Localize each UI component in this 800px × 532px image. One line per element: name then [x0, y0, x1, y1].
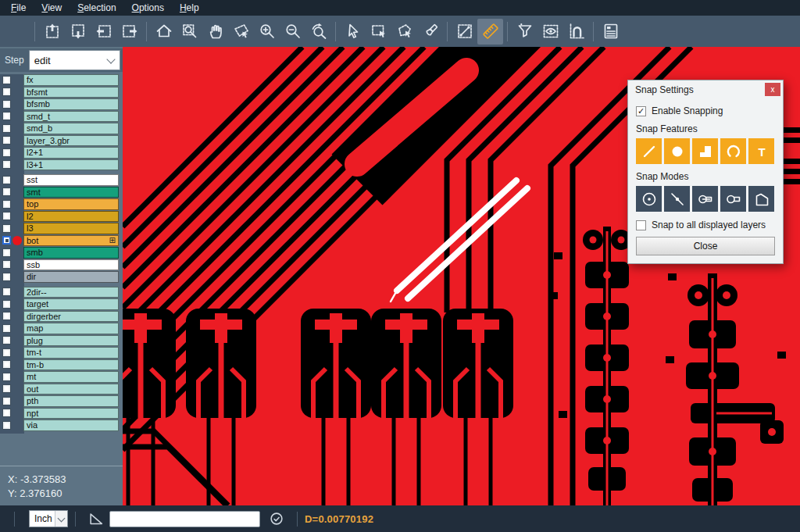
report-button[interactable] — [598, 19, 623, 45]
layer-label[interactable]: tm-b⊞ — [23, 359, 119, 371]
layer-label[interactable]: mt⊞ — [23, 371, 119, 383]
layer-label[interactable]: l2+1⊞ — [23, 147, 119, 159]
snap-feature-arc-button[interactable] — [720, 138, 746, 164]
home-view-button[interactable] — [151, 19, 177, 45]
layer-row[interactable]: mt⊞ — [0, 371, 123, 383]
layer-row[interactable]: tm-b⊞ — [0, 359, 123, 371]
layer-visibility-checkbox[interactable] — [2, 287, 11, 296]
layer-visibility-checkbox[interactable] — [2, 236, 11, 245]
layer-row[interactable]: smd_b⊞ — [0, 123, 123, 134]
view-visibility-button[interactable] — [538, 19, 563, 45]
layer-label[interactable]: dir⊞ — [23, 271, 119, 283]
snap-feature-surface-button[interactable] — [692, 138, 718, 164]
layer-label[interactable]: l3⊞ — [23, 223, 119, 234]
layer-row[interactable]: out⊞ — [0, 384, 123, 395]
layer-label[interactable]: bfsmb⊞ — [23, 98, 119, 110]
menu-help[interactable]: Help — [172, 1, 207, 15]
layer-row[interactable]: smt⊞ — [0, 187, 123, 198]
snap-mode-pad-with-hole-button[interactable] — [692, 186, 718, 212]
pan-up-button[interactable] — [39, 19, 65, 45]
paint-brush-button[interactable] — [417, 19, 443, 45]
layer-row[interactable]: dirgerber⊞ — [0, 311, 123, 323]
enable-snapping-row[interactable]: ✓ Enable Snapping — [636, 105, 775, 116]
layer-label[interactable]: bot⊞ — [23, 235, 119, 247]
dialog-title-bar[interactable]: Snap Settings x — [628, 80, 783, 98]
layer-visibility-checkbox[interactable] — [2, 87, 11, 96]
layer-row[interactable]: l2⊞ — [0, 211, 123, 223]
layer-visibility-checkbox[interactable] — [2, 273, 11, 281]
measure-input[interactable] — [109, 511, 260, 527]
layer-row[interactable]: plug⊞ — [0, 335, 123, 347]
layer-visibility-checkbox[interactable] — [2, 397, 11, 405]
snap-search-button[interactable] — [563, 19, 589, 45]
menu-file[interactable]: File — [3, 1, 34, 15]
zoom-window-button[interactable] — [177, 19, 202, 45]
select-cursor-button[interactable] — [340, 19, 366, 45]
layer-label[interactable]: map⊞ — [23, 323, 119, 334]
snap-feature-pad-button[interactable] — [664, 138, 690, 164]
layer-row[interactable]: target⊞ — [0, 298, 123, 310]
layer-visibility-checkbox[interactable] — [2, 160, 11, 169]
layer-visibility-checkbox[interactable] — [2, 112, 11, 120]
layer-visibility-checkbox[interactable] — [2, 300, 11, 309]
layer-row[interactable]: smd_t⊞ — [0, 111, 123, 123]
layer-row[interactable]: tm-t⊞ — [0, 347, 123, 359]
layer-label[interactable]: dirgerber⊞ — [23, 311, 119, 323]
layer-row[interactable]: map⊞ — [0, 323, 123, 334]
layer-row[interactable]: bfsmb⊞ — [0, 98, 123, 110]
layer-label[interactable]: smd_t⊞ — [23, 111, 119, 123]
layer-row[interactable]: pth⊞ — [0, 395, 123, 407]
snap-all-layers-row[interactable]: Snap to all displayed layers — [636, 220, 775, 230]
snap-feature-text-button[interactable]: T — [748, 138, 774, 164]
select-rectangle-button[interactable] — [366, 19, 391, 45]
layer-visibility-checkbox[interactable] — [2, 148, 11, 157]
layer-visibility-checkbox[interactable] — [2, 187, 11, 196]
measure-angle-icon[interactable] — [88, 510, 105, 527]
layer-visibility-checkbox[interactable] — [2, 312, 11, 320]
zoom-out-button[interactable] — [280, 19, 305, 45]
layer-label[interactable]: via⊞ — [23, 420, 119, 431]
layer-visibility-checkbox[interactable] — [2, 421, 11, 430]
layer-label[interactable]: sst⊞ — [23, 174, 119, 186]
layer-visibility-checkbox[interactable] — [2, 409, 11, 417]
layer-row[interactable]: bot⊞ — [0, 235, 123, 247]
layer-label[interactable]: pth⊞ — [23, 395, 119, 407]
layer-visibility-checkbox[interactable] — [2, 76, 11, 84]
layer-visibility-checkbox[interactable] — [2, 348, 11, 357]
filter-button[interactable] — [512, 19, 538, 45]
layer-label[interactable]: ssb⊞ — [23, 259, 119, 271]
layer-label[interactable]: smb⊞ — [23, 247, 119, 259]
layer-row[interactable]: fx⊞ — [0, 74, 123, 86]
layer-label[interactable]: smt⊞ — [23, 187, 119, 198]
layer-row[interactable]: layer_3.gbr⊞ — [0, 135, 123, 147]
snap-all-layers-checkbox[interactable] — [636, 220, 646, 230]
measure-line-button[interactable] — [452, 19, 477, 45]
layer-visibility-checkbox[interactable] — [2, 136, 11, 145]
layer-label[interactable]: 2dir--⊞ — [23, 287, 119, 298]
layer-visibility-checkbox[interactable] — [2, 100, 11, 109]
layer-row[interactable]: sst⊞ — [0, 174, 123, 186]
snap-mode-point-on-line-button[interactable] — [664, 186, 690, 212]
layer-visibility-checkbox[interactable] — [2, 224, 11, 233]
layer-row[interactable]: via⊞ — [0, 420, 123, 431]
snap-feature-line-button[interactable] — [636, 138, 662, 164]
zoom-in-button[interactable] — [254, 19, 280, 45]
layer-label[interactable]: l3+1⊞ — [23, 159, 119, 171]
layer-row[interactable]: l3+1⊞ — [0, 159, 123, 171]
layer-row[interactable]: l2+1⊞ — [0, 147, 123, 159]
layer-visibility-checkbox[interactable] — [2, 248, 11, 257]
layer-visibility-checkbox[interactable] — [2, 373, 11, 381]
select-polygon-button[interactable] — [391, 19, 417, 45]
layer-label[interactable]: out⊞ — [23, 384, 119, 395]
menu-selection[interactable]: Selection — [70, 1, 123, 15]
layer-row[interactable]: dir⊞ — [0, 271, 123, 283]
layer-visibility-checkbox[interactable] — [2, 176, 11, 184]
pan-left-button[interactable] — [91, 19, 116, 45]
layer-visibility-checkbox[interactable] — [2, 124, 11, 133]
layer-label[interactable]: l2⊞ — [23, 211, 119, 223]
layer-label[interactable]: bfsmt⊞ — [23, 87, 119, 98]
layer-visibility-checkbox[interactable] — [2, 324, 11, 333]
layer-label[interactable]: plug⊞ — [23, 335, 119, 347]
layer-label[interactable]: tm-t⊞ — [23, 347, 119, 359]
snap-mode-contour-button[interactable] — [748, 186, 774, 212]
